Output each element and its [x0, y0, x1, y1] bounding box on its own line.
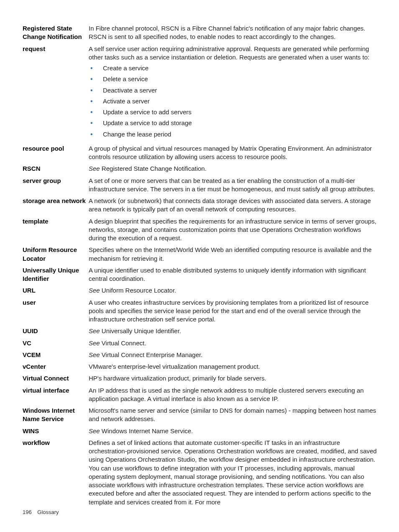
glossary-entry: Virtual ConnectHP's hardware virtualizat… — [23, 374, 379, 383]
glossary-definition: See Uniform Resource Locator. — [89, 286, 379, 295]
glossary-entry: userA user who creates infrastructure se… — [23, 298, 379, 324]
see-target: Virtual Connect Enterprise Manager. — [100, 351, 203, 358]
glossary-see: See Registered State Change Notification… — [89, 164, 379, 173]
glossary-bullet-item: Deactivate a server — [89, 86, 379, 95]
glossary-definition: See Virtual Connect Enterprise Manager. — [89, 351, 379, 359]
glossary-entry: server groupA set of one or more servers… — [23, 177, 379, 194]
glossary-entry: storage area networkA network (or subnet… — [23, 197, 379, 214]
glossary-definition: A design blueprint that specifies the re… — [89, 217, 379, 243]
glossary-entry: Registered State Change NotificationIn F… — [23, 24, 379, 41]
glossary-entry: URLSee Uniform Resource Locator. — [23, 286, 379, 295]
glossary-entry: UUIDSee Universally Unique Identifier. — [23, 327, 379, 335]
glossary-paragraph: A user who creates infrastructure servic… — [89, 298, 379, 324]
glossary-entry: WINSSee Windows Internet Name Service. — [23, 427, 379, 435]
glossary-entry: VCEMSee Virtual Connect Enterprise Manag… — [23, 351, 379, 359]
glossary-entry: vCenterVMware's enterprise-level virtual… — [23, 362, 379, 371]
glossary-term: Universally Unique Identifier — [23, 266, 89, 283]
glossary-term: virtual interface — [23, 386, 89, 395]
glossary-see: See Universally Unique Identifier. — [89, 327, 379, 335]
glossary-definition: A network (or subnetwork) that connects … — [89, 197, 379, 214]
glossary-term: Windows Internet Name Service — [23, 406, 89, 424]
glossary-entry: workflowDefines a set of linked actions … — [23, 439, 379, 506]
glossary-entry: resource poolA group of physical and vir… — [23, 144, 379, 162]
page: Registered State Change NotificationIn F… — [0, 0, 399, 532]
glossary-list: Registered State Change NotificationIn F… — [23, 24, 379, 506]
glossary-definition: See Registered State Change Notification… — [89, 164, 379, 173]
glossary-definition: See Windows Internet Name Service. — [89, 427, 379, 435]
page-footer: 196 Glossary — [23, 509, 59, 516]
glossary-paragraph: HP's hardware virtualization product, pr… — [89, 374, 379, 383]
glossary-paragraph: In Fibre channel protocol, RSCN is a Fib… — [89, 24, 379, 41]
glossary-paragraph: Defines a set of linked actions that aut… — [89, 439, 379, 506]
glossary-term: WINS — [23, 427, 89, 435]
glossary-term: URL — [23, 286, 89, 295]
glossary-entry: Uniform Resource LocatorSpecifies where … — [23, 246, 379, 263]
see-label: See — [89, 165, 100, 172]
glossary-definition: A self service user action requiring adm… — [89, 45, 379, 141]
glossary-paragraph: A set of one or more servers that can be… — [89, 177, 379, 194]
glossary-definition: VMware's enterprise-level virtualization… — [89, 362, 379, 371]
glossary-paragraph: A design blueprint that specifies the re… — [89, 217, 379, 243]
glossary-definition: HP's hardware virtualization product, pr… — [89, 374, 379, 383]
glossary-see: See Windows Internet Name Service. — [89, 427, 379, 435]
glossary-entry: VCSee Virtual Connect. — [23, 339, 379, 347]
glossary-term: server group — [23, 177, 89, 185]
glossary-term: request — [23, 45, 89, 53]
glossary-term: Uniform Resource Locator — [23, 246, 89, 263]
glossary-paragraph: Specifies where on the Internet/World Wi… — [89, 246, 379, 263]
glossary-entry: Universally Unique IdentifierA unique id… — [23, 266, 379, 283]
glossary-definition: A user who creates infrastructure servic… — [89, 298, 379, 324]
glossary-see: See Virtual Connect Enterprise Manager. — [89, 351, 379, 359]
glossary-entry: RSCNSee Registered State Change Notifica… — [23, 164, 379, 173]
see-label: See — [89, 427, 100, 434]
glossary-term: vCenter — [23, 362, 89, 371]
glossary-entry: templateA design blueprint that specifie… — [23, 217, 379, 243]
glossary-term: storage area network — [23, 197, 89, 205]
glossary-definition: Microsoft's name server and service (sim… — [89, 406, 379, 424]
see-target: Universally Unique Identifier. — [100, 327, 181, 334]
glossary-term: template — [23, 217, 89, 226]
glossary-definition: A set of one or more servers that can be… — [89, 177, 379, 194]
page-number: 196 — [23, 509, 32, 515]
glossary-see: See Uniform Resource Locator. — [89, 286, 379, 295]
glossary-definition: A group of physical and virtual resource… — [89, 144, 379, 162]
glossary-see: See Virtual Connect. — [89, 339, 379, 347]
glossary-definition: Defines a set of linked actions that aut… — [89, 439, 379, 506]
see-target: Registered State Change Notification. — [100, 165, 207, 172]
glossary-definition: An IP address that is used as the single… — [89, 386, 379, 403]
glossary-term: RSCN — [23, 164, 89, 173]
glossary-bullet-item: Change the lease period — [89, 130, 379, 139]
glossary-entry: requestA self service user action requir… — [23, 45, 379, 141]
glossary-term: VCEM — [23, 351, 89, 359]
see-target: Windows Internet Name Service. — [100, 427, 193, 434]
glossary-bullet-item: Update a service to add servers — [89, 108, 379, 116]
see-target: Virtual Connect. — [100, 339, 146, 347]
glossary-bullet-list: Create a serviceDelete a serviceDeactiva… — [89, 64, 379, 139]
glossary-paragraph: A network (or subnetwork) that connects … — [89, 197, 379, 214]
glossary-paragraph: A unique identifier used to enable distr… — [89, 266, 379, 283]
see-label: See — [89, 351, 100, 358]
glossary-definition: See Universally Unique Identifier. — [89, 327, 379, 335]
glossary-term: UUID — [23, 327, 89, 335]
glossary-bullet-item: Update a service to add storage — [89, 119, 379, 127]
glossary-definition: See Virtual Connect. — [89, 339, 379, 347]
glossary-definition: Specifies where on the Internet/World Wi… — [89, 246, 379, 263]
see-target: Uniform Resource Locator. — [100, 287, 176, 294]
glossary-bullet-item: Create a service — [89, 64, 379, 72]
glossary-definition: A unique identifier used to enable distr… — [89, 266, 379, 283]
glossary-term: Registered State Change Notification — [23, 24, 89, 41]
glossary-entry: Windows Internet Name ServiceMicrosoft's… — [23, 406, 379, 424]
glossary-paragraph: VMware's enterprise-level virtualization… — [89, 362, 379, 371]
page-section: Glossary — [37, 509, 59, 515]
glossary-paragraph: A group of physical and virtual resource… — [89, 144, 379, 162]
glossary-term: VC — [23, 339, 89, 347]
glossary-bullet-item: Activate a server — [89, 97, 379, 105]
see-label: See — [89, 287, 100, 294]
glossary-paragraph: An IP address that is used as the single… — [89, 386, 379, 403]
glossary-definition: In Fibre channel protocol, RSCN is a Fib… — [89, 24, 379, 41]
see-label: See — [89, 327, 100, 334]
see-label: See — [89, 339, 100, 347]
glossary-paragraph: A self service user action requiring adm… — [89, 45, 379, 62]
glossary-term: resource pool — [23, 144, 89, 153]
glossary-paragraph: Microsoft's name server and service (sim… — [89, 406, 379, 424]
